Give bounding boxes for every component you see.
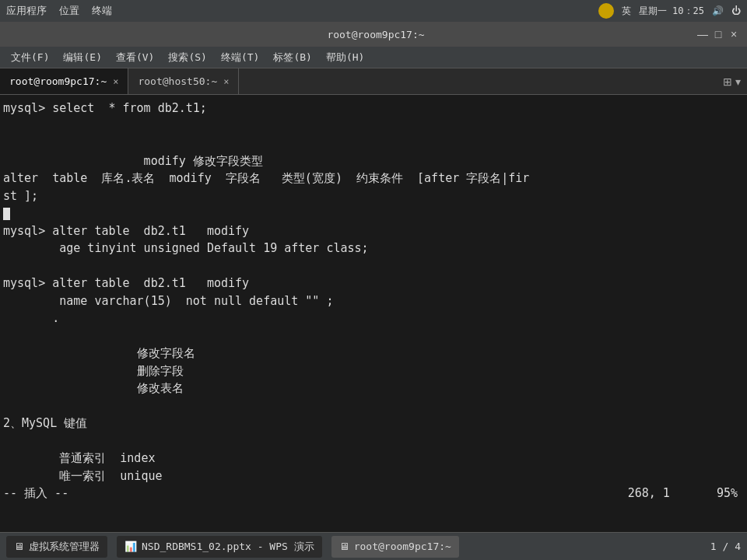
status-bar: 🖥 虚拟系统管理器 📊 NSD_RDBMS1_02.pptx - WPS 演示 … [0,532,747,560]
term-line-19 [3,432,744,450]
language-indicator: 英 [622,5,631,18]
term-line-5: alter table 库名.表名 modify 字段名 类型(宽度) 约束条件… [3,170,744,187]
term-line-17 [3,397,744,415]
term-line-4: modify 修改字段类型 [3,152,744,170]
tab-actions: ⊞ ▾ [717,75,747,88]
cursor-position: 268, 1 [628,485,717,502]
tab-menu-button[interactable]: ▾ [735,75,741,88]
term-line-7: mysql> alter table db2.t1 modify [3,222,744,240]
term-line-11: name varchar(15) not null default "" ; [3,292,744,310]
wps-label: NSD_RDBMS1_02.pptx - WPS 演示 [142,540,314,554]
volume-icon[interactable]: 🔊 [712,5,724,16]
menu-file[interactable]: 文件(F) [5,48,55,67]
apps-menu[interactable]: 应用程序 [6,4,47,18]
menu-search[interactable]: 搜索(S) [162,48,212,67]
cursor [3,208,10,221]
tab-local[interactable]: root@room9pc17:~ × [0,68,128,94]
taskbar-wps[interactable]: 📊 NSD_RDBMS1_02.pptx - WPS 演示 [117,536,322,558]
location-menu[interactable]: 位置 [59,4,79,18]
menu-edit[interactable]: 编辑(E) [57,48,107,67]
term-line-1: mysql> select * from db2.t1; [3,100,744,117]
datetime-display: 星期一 10：25 [639,5,704,18]
window-controls: — □ × [697,29,739,40]
tab-remote-label: root@host50:~ [138,75,217,87]
tab-remote[interactable]: root@host50:~ × [128,68,239,94]
maximize-button[interactable]: □ [713,29,724,40]
term-line-cursor [3,205,744,222]
tab-bar: root@room9pc17:~ × root@host50:~ × ⊞ ▾ [0,68,747,95]
term-line-13 [3,327,744,345]
terminal-content[interactable]: mysql> select * from db2.t1; modify 修改字段… [0,95,747,532]
close-button[interactable]: × [728,29,739,40]
term-line-12: . [3,310,744,327]
taskbar-vm-manager[interactable]: 🖥 虚拟系统管理器 [6,536,107,558]
term-line-18: 2、MySQL 键值 [3,415,744,432]
app-icon [598,3,614,19]
terminal-taskbar-icon: 🖥 [339,541,349,552]
term-line-6: st ]; [3,187,744,205]
new-tab-button[interactable]: ⊞ [723,75,732,88]
taskbar: 🖥 虚拟系统管理器 📊 NSD_RDBMS1_02.pptx - WPS 演示 … [6,536,459,558]
menu-view[interactable]: 查看(V) [110,48,160,67]
term-line-20: 普通索引 index [3,450,744,467]
vm-manager-label: 虚拟系统管理器 [29,540,100,554]
menu-terminal[interactable]: 终端(T) [215,48,265,67]
term-line-3 [3,135,744,152]
tab-local-close[interactable]: × [113,76,118,87]
wps-icon: 📊 [124,541,137,552]
insert-mode-label: -- 插入 -- [3,485,68,502]
system-bar-left: 应用程序 位置 终端 [6,4,112,18]
term-line-9 [3,257,744,275]
term-line-15: 删除字段 [3,362,744,380]
term-line-14: 修改字段名 [3,345,744,362]
minimize-button[interactable]: — [697,29,708,40]
term-line-21: 唯一索引 unique [3,467,744,485]
window-title: root@room9pc17:~ [54,29,697,40]
terminal-menu[interactable]: 终端 [92,4,112,18]
menu-tab[interactable]: 标签(B) [267,48,317,67]
page-indicator: 1 / 4 [710,541,741,552]
term-line-8: age tinyint unsigned Default 19 after cl… [3,240,744,257]
system-bar: 应用程序 位置 终端 英 星期一 10：25 🔊 ⏻ [0,0,747,22]
vm-manager-icon: 🖥 [14,541,24,552]
term-line-16: 修改表名 [3,380,744,397]
power-icon[interactable]: ⏻ [731,5,741,16]
term-line-22: -- 插入 -- 268, 1 95% [3,485,744,502]
menu-help[interactable]: 帮助(H) [320,48,370,67]
term-line-2 [3,117,744,135]
system-bar-right: 英 星期一 10：25 🔊 ⏻ [598,3,741,19]
tab-remote-close[interactable]: × [223,76,229,87]
terminal-taskbar-label: root@room9pc17:~ [354,541,451,552]
menu-bar: 文件(F) 编辑(E) 查看(V) 搜索(S) 终端(T) 标签(B) 帮助(H… [0,47,747,68]
title-bar: root@room9pc17:~ — □ × [0,22,747,47]
term-line-10: mysql> alter table db2.t1 modify [3,275,744,292]
taskbar-terminal[interactable]: 🖥 root@room9pc17:~ [331,536,459,558]
tab-local-label: root@room9pc17:~ [9,75,107,87]
zoom-level: 95% [717,485,738,502]
